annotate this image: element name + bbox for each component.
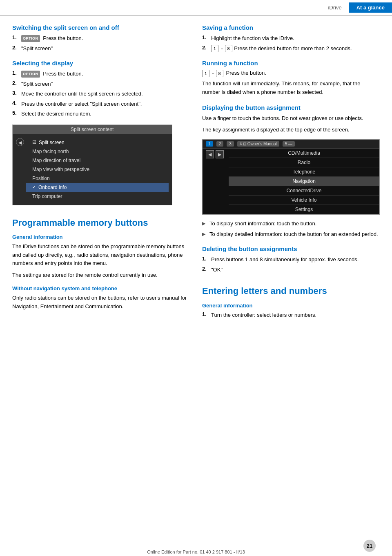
- bullet-detailed-info: ▶ To display detailed information: touch…: [202, 230, 380, 238]
- bullet-short-info: ▶ To display short information: touch th…: [202, 220, 380, 228]
- bullet-arrow-2: ▶: [202, 231, 209, 238]
- num-btn-1: 1: [211, 45, 218, 52]
- screen-item-trip: Trip computer: [26, 192, 169, 201]
- left-column: Switching the split screen on and off 1.…: [12, 24, 190, 321]
- ellipsis-dots-2: ···: [212, 71, 214, 76]
- header-tabs: iDrive At a glance: [321, 2, 392, 13]
- option-btn-icon-2: OPTION: [21, 71, 40, 78]
- tab-at-a-glance[interactable]: At a glance: [349, 2, 392, 13]
- tab-idrive[interactable]: iDrive: [321, 2, 349, 13]
- screen-item-map-dir: Map direction of travel: [26, 156, 169, 165]
- step-2-5: 5. Select the desired menu item.: [12, 110, 190, 118]
- split-screen-screenshot: Split screen content ◀ ☑ Split screen Ma…: [12, 125, 172, 205]
- menu-nav-right[interactable]: ▶: [216, 150, 224, 158]
- menu-item-connecteddrive: ConnectedDrive: [229, 186, 379, 196]
- footer-text: Online Edition for Part no. 01 40 2 917 …: [147, 549, 245, 554]
- entering-gen-info-subtitle: General information: [202, 302, 380, 309]
- entering-step-1: 1. Turn the controller: select letters o…: [202, 311, 380, 319]
- running-desc-block: 1 ··· 8 Press the button.: [202, 70, 380, 77]
- idrive-menu-screenshot: 1 2 3 4 ⊟ Owner's Manual 5 — ◀ ▶ CD/Mult…: [202, 139, 380, 215]
- step-2-3: 3. Move the controller until the split s…: [12, 90, 190, 98]
- screen-body: ◀ ☑ Split screen Map facing north Map di…: [13, 134, 172, 205]
- gen-info-text2: The settings are stored for the remote c…: [12, 271, 190, 280]
- without-nav-subtitle: Without navigation system and telephone: [12, 285, 190, 291]
- menu-item-cd: CD/Multimedia: [229, 149, 379, 158]
- entering-letters-title: Entering letters and numbers: [202, 286, 380, 296]
- saving-step-2: 2. 1 ··· 8 Press the desired button for …: [202, 44, 380, 53]
- menu-nav-left[interactable]: ◀: [206, 150, 214, 158]
- deleting-title: Deleting the button assignments: [202, 245, 380, 252]
- menu-top-btn-4[interactable]: 4 ⊟ Owner's Manual: [237, 141, 279, 147]
- option-btn-icon: OPTION: [21, 35, 40, 42]
- menu-item-radio: Radio: [229, 158, 379, 167]
- screen-left-arrow-btn[interactable]: ◀: [16, 138, 24, 146]
- deleting-step-2: 2. "OK": [202, 266, 380, 274]
- step-2-4: 4. Press the controller or select "Split…: [12, 100, 190, 108]
- bullet-arrow-1: ▶: [202, 220, 209, 227]
- footer: Online Edition for Part no. 01 40 2 917 …: [0, 546, 392, 556]
- menu-top-btn-5[interactable]: 5 —: [283, 141, 295, 147]
- check-icon: ☑: [32, 140, 36, 145]
- running-title: Running a function: [202, 60, 380, 67]
- displaying-text2: The key assignment is displayed at the t…: [202, 126, 380, 134]
- step-2-2: 2. "Split screen": [12, 80, 190, 88]
- screen-item-split: ☑ Split screen: [26, 138, 169, 147]
- page-header: iDrive At a glance: [0, 0, 392, 16]
- gen-info-subtitle: General information: [12, 234, 190, 240]
- menu-nav-btns: ◀ ▶: [203, 149, 229, 160]
- menu-item-navigation: Navigation: [229, 177, 379, 186]
- menu-content-area: ◀ ▶ CD/Multimedia Radio Telephone Naviga…: [203, 149, 379, 214]
- saving-step-1: 1. Highlight the function via the iDrive…: [202, 34, 380, 42]
- menu-item-vehicleinfo: Vehicle Info: [229, 196, 379, 205]
- running-desc2: The function will run immediately. This …: [202, 80, 380, 97]
- right-column: Saving a function 1. Highlight the funct…: [202, 24, 380, 321]
- deleting-step-1: 1. Press buttons 1 and 8 simultaneously …: [202, 256, 380, 264]
- section-switching-title: Switching the split screen on and off: [12, 24, 190, 31]
- num-btn-8: 8: [225, 45, 232, 52]
- step-1-1: 1. OPTION Press the button.: [12, 34, 190, 42]
- menu-top-btn-1[interactable]: 1: [206, 141, 213, 147]
- num-btn-run-1: 1: [202, 70, 209, 77]
- screen-item-map-north: Map facing north: [26, 147, 169, 156]
- screen-item-onboard: ✓ Onboard info: [26, 183, 169, 192]
- without-nav-text: Only radio stations can be stored on the…: [12, 294, 190, 311]
- menu-top-btn-3[interactable]: 3: [227, 141, 234, 147]
- menu-items-list: CD/Multimedia Radio Telephone Navigation…: [229, 149, 379, 214]
- step-2-1: 1. OPTION Press the button.: [12, 70, 190, 78]
- page-content: Switching the split screen on and off 1.…: [0, 16, 392, 329]
- page-number: 21: [363, 540, 376, 552]
- menu-top-bar: 1 2 3 4 ⊟ Owner's Manual 5 —: [203, 140, 379, 149]
- displaying-title: Displaying the button assignment: [202, 104, 380, 111]
- screen-item-position: Position: [26, 174, 169, 183]
- menu-item-settings: Settings: [229, 205, 379, 214]
- step-1-2: 2. "Split screen": [12, 44, 190, 53]
- ellipsis-dots: ···: [221, 46, 223, 52]
- menu-item-telephone: Telephone: [229, 167, 379, 177]
- num-btn-run-8: 8: [216, 70, 223, 77]
- programmable-memory-title: Programmable memory buttons: [12, 218, 190, 228]
- screen-title-bar: Split screen content: [13, 125, 172, 134]
- section-selecting-title: Selecting the display: [12, 60, 190, 67]
- displaying-text1: Use a finger to touch the buttons. Do no…: [202, 114, 380, 123]
- gen-info-text1: The iDrive functions can be stored on th…: [12, 242, 190, 268]
- check-icon-2: ✓: [32, 185, 36, 190]
- saving-title: Saving a function: [202, 24, 380, 31]
- screen-item-map-persp: Map view with perspective: [26, 165, 169, 174]
- menu-top-btn-2[interactable]: 2: [216, 141, 224, 147]
